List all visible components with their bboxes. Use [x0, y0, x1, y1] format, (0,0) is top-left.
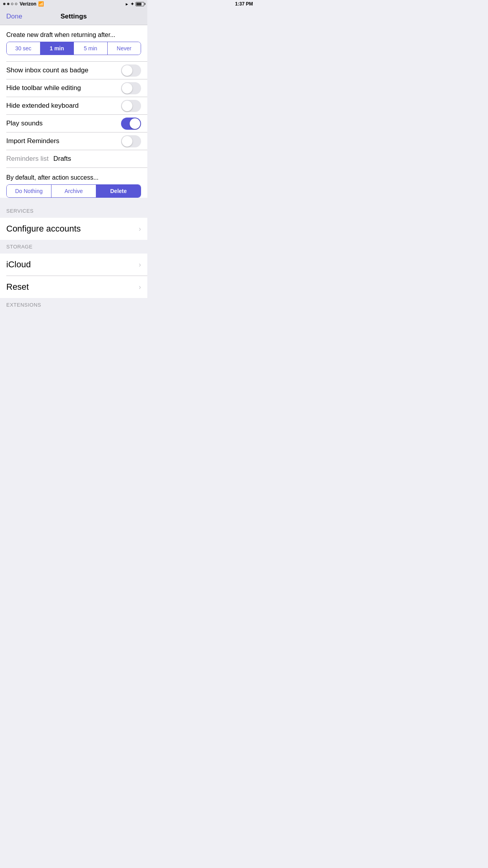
- section-header-storage: STORAGE: [0, 240, 147, 253]
- configure-accounts-label: Configure accounts: [6, 224, 81, 234]
- status-left: Verizon 📶: [3, 1, 44, 7]
- battery-tip: [145, 3, 145, 5]
- configure-accounts-chevron: ›: [139, 225, 141, 233]
- toggle-thumb-import-reminders: [122, 136, 132, 147]
- toggle-row-hide-keyboard: Hide extended keyboard: [0, 97, 147, 114]
- icloud-label: iCloud: [6, 259, 31, 270]
- seg-30sec[interactable]: 30 sec: [7, 42, 40, 55]
- seg-never[interactable]: Never: [108, 42, 141, 55]
- toggle-label-hide-toolbar: Hide toolbar while editing: [6, 84, 81, 92]
- gray-gap-storage: STORAGE: [0, 240, 147, 254]
- toggle-row-import-reminders: Import Reminders: [0, 132, 147, 150]
- toggle-label-inbox-badge: Show inbox count as badge: [6, 66, 88, 74]
- reminders-list-row: Reminders list Drafts: [0, 150, 147, 167]
- toggle-play-sounds[interactable]: [121, 118, 141, 130]
- draft-description: Create new draft when returning after...: [0, 25, 147, 42]
- toggle-hide-toolbar[interactable]: [121, 82, 141, 94]
- signal-dot-4: [15, 3, 17, 5]
- nav-bar: Done Settings: [0, 8, 147, 25]
- toggle-row-play-sounds: Play sounds: [0, 115, 147, 132]
- toggle-import-reminders[interactable]: [121, 135, 141, 147]
- section-header-storage-label: STORAGE: [6, 244, 33, 250]
- section-header-extensions: EXTENSIONS: [0, 298, 147, 311]
- icloud-chevron: ›: [139, 261, 141, 269]
- location-icon: ►: [125, 2, 129, 6]
- section-header-services-label: SERVICES: [6, 208, 34, 214]
- reset-row[interactable]: Reset ›: [0, 276, 147, 298]
- seg-delete[interactable]: Delete: [96, 185, 141, 197]
- action-success-control[interactable]: Do Nothing Archive Delete: [6, 184, 141, 198]
- toggle-thumb-play-sounds: [130, 118, 140, 129]
- toggle-inbox-badge[interactable]: [121, 64, 141, 77]
- main-content: Create new draft when returning after...…: [0, 25, 147, 198]
- seg-do-nothing[interactable]: Do Nothing: [7, 185, 51, 197]
- reset-chevron: ›: [139, 283, 141, 291]
- page-title: Settings: [61, 13, 87, 20]
- toggle-label-play-sounds: Play sounds: [6, 120, 43, 127]
- draft-timing-control[interactable]: 30 sec 1 min 5 min Never: [6, 42, 141, 55]
- battery-fill: [136, 3, 141, 6]
- toggle-thumb-inbox-badge: [122, 65, 132, 76]
- carrier-label: Verizon: [20, 1, 37, 7]
- icloud-row[interactable]: iCloud ›: [0, 254, 147, 276]
- signal-dot-2: [7, 3, 9, 5]
- section-header-services: SERVICES: [0, 204, 147, 217]
- signal-dot-3: [11, 3, 13, 5]
- signal-dot-1: [3, 3, 6, 5]
- storage-block: iCloud › Reset ›: [0, 254, 147, 298]
- seg-1min[interactable]: 1 min: [40, 42, 74, 55]
- toggle-row-inbox-badge: Show inbox count as badge: [0, 62, 147, 79]
- wifi-icon: 📶: [38, 1, 44, 7]
- configure-accounts-row[interactable]: Configure accounts ›: [0, 218, 147, 240]
- status-bar: Verizon 📶 1:37 PM ► ✦: [0, 0, 147, 8]
- toggle-hide-keyboard[interactable]: [121, 100, 141, 112]
- reminders-list-value: Drafts: [53, 155, 71, 163]
- reset-label: Reset: [6, 282, 29, 292]
- gray-gap-services: SERVICES: [0, 204, 147, 218]
- reminders-list-label: Reminders list: [6, 155, 49, 163]
- section-header-extensions-label: EXTENSIONS: [6, 302, 41, 308]
- toggle-thumb-hide-keyboard: [122, 101, 132, 111]
- gray-gap-extensions: EXTENSIONS: [0, 298, 147, 312]
- action-description: By default, after action success...: [0, 168, 147, 184]
- toggle-label-import-reminders: Import Reminders: [6, 137, 59, 145]
- seg-5min[interactable]: 5 min: [74, 42, 108, 55]
- toggle-row-hide-toolbar: Hide toolbar while editing: [0, 79, 147, 97]
- status-right: ► ✦: [125, 2, 144, 7]
- seg-archive[interactable]: Archive: [51, 185, 96, 197]
- toggle-label-hide-keyboard: Hide extended keyboard: [6, 102, 79, 110]
- toggle-thumb-hide-toolbar: [122, 83, 132, 94]
- done-button[interactable]: Done: [6, 13, 22, 20]
- bluetooth-icon: ✦: [130, 2, 134, 7]
- battery-icon: [136, 2, 144, 6]
- services-block: Configure accounts ›: [0, 218, 147, 240]
